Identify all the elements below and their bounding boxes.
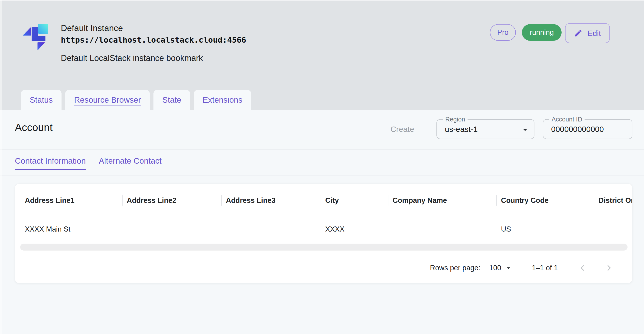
- column-header-city[interactable]: City: [320, 184, 388, 217]
- column-header-country-code[interactable]: Country Code: [496, 184, 594, 217]
- column-header-address-line1[interactable]: Address Line1: [15, 184, 122, 217]
- cell-address-line1-link[interactable]: XXXX Main St: [15, 217, 122, 241]
- subtab-contact-information[interactable]: Contact Information: [15, 156, 86, 170]
- rows-per-page-select[interactable]: 100: [489, 264, 512, 272]
- chevron-left-icon: [578, 264, 586, 272]
- column-header-address-line3[interactable]: Address Line3: [221, 184, 320, 217]
- cell-company-name: [388, 217, 496, 241]
- account-id-input[interactable]: [551, 120, 621, 139]
- pencil-icon: [574, 29, 583, 37]
- region-select-value: us-east-1: [445, 120, 478, 139]
- contact-information-table: Address Line1 Address Line2 Address Line…: [15, 183, 632, 283]
- column-header-district[interactable]: District Or: [594, 184, 632, 217]
- divider: [0, 175, 644, 175]
- chevron-down-icon: [504, 264, 512, 272]
- tab-state[interactable]: State: [154, 90, 190, 110]
- status-badge: running: [522, 24, 562, 41]
- chevron-down-icon: [520, 125, 530, 135]
- create-button[interactable]: Create: [390, 125, 414, 134]
- column-header-company-name[interactable]: Company Name: [388, 184, 496, 217]
- pagination-range: 1–1 of 1: [532, 264, 558, 272]
- localstack-app: Default Instance https://localhost.local…: [0, 0, 644, 334]
- rows-per-page-value: 100: [489, 264, 501, 272]
- horizontal-scrollbar-thumb[interactable]: [20, 244, 628, 251]
- instance-tab-bar: Status Resource Browser State Extensions: [21, 90, 251, 110]
- divider: [0, 149, 644, 150]
- toolbar-divider: [429, 121, 429, 139]
- tab-extensions[interactable]: Extensions: [194, 90, 251, 110]
- region-select[interactable]: Region us-east-1: [436, 119, 534, 139]
- localstack-logo-icon: [22, 21, 50, 51]
- edit-button-label: Edit: [587, 29, 601, 38]
- pro-badge: Pro: [490, 24, 516, 41]
- horizontal-scrollbar-track: [15, 241, 632, 253]
- subtab-alternate-contact[interactable]: Alternate Contact: [99, 156, 161, 170]
- table-header-row: Address Line1 Address Line2 Address Line…: [15, 184, 632, 217]
- instance-header: Default Instance https://localhost.local…: [0, 0, 644, 110]
- tab-status[interactable]: Status: [21, 90, 62, 110]
- column-header-address-line2[interactable]: Address Line2: [122, 184, 221, 217]
- cell-district: [594, 217, 632, 241]
- cell-city: XXXX: [320, 217, 388, 241]
- tab-resource-browser[interactable]: Resource Browser: [65, 90, 150, 110]
- previous-page-button[interactable]: [576, 262, 588, 274]
- cell-address-line2: [122, 217, 221, 241]
- page-title: Account: [15, 121, 53, 134]
- instance-url: https://localhost.localstack.cloud:4566: [61, 35, 246, 45]
- table-row[interactable]: XXXX Main St XXXX US: [15, 217, 632, 241]
- next-page-button[interactable]: [603, 262, 615, 274]
- rows-per-page-label: Rows per page:: [430, 264, 480, 272]
- account-subtab-bar: Contact Information Alternate Contact: [15, 156, 162, 170]
- instance-description: Default LocalStack instance bookmark: [61, 53, 203, 63]
- chevron-right-icon: [605, 264, 613, 272]
- window-edge-highlight: [0, 0, 2, 334]
- cell-address-line3: [221, 217, 320, 241]
- instance-title: Default Instance: [61, 23, 123, 33]
- table-footer: Rows per page: 100 1–1 of 1: [15, 253, 632, 283]
- edit-button[interactable]: Edit: [565, 23, 610, 43]
- account-id-field: Account ID: [543, 119, 632, 139]
- cell-country-code: US: [496, 217, 594, 241]
